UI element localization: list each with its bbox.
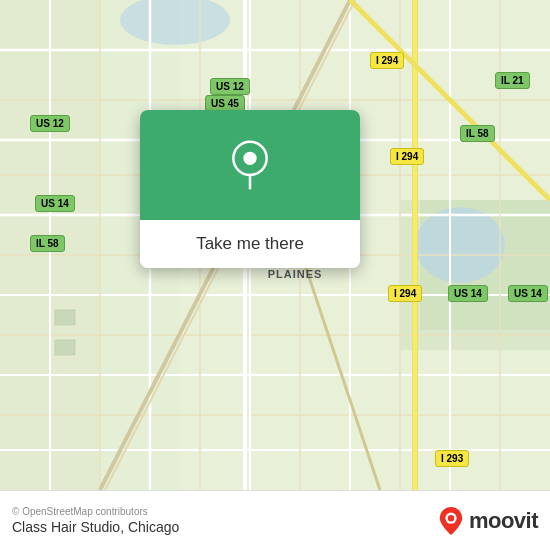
moovit-logo: moovit — [437, 507, 538, 535]
road-badge-i294-mid: I 294 — [390, 148, 424, 165]
popup-green-area — [140, 110, 360, 220]
location-pin-icon — [225, 140, 275, 190]
road-badge-il58-left: IL 58 — [30, 235, 65, 252]
svg-rect-37 — [55, 310, 75, 325]
bottom-left: © OpenStreetMap contributors Class Hair … — [12, 506, 179, 535]
svg-point-40 — [243, 152, 256, 165]
road-badge-us14-left: US 14 — [35, 195, 75, 212]
road-badge-il21: IL 21 — [495, 72, 530, 89]
svg-rect-38 — [55, 340, 75, 355]
road-badge-us12-top: US 12 — [210, 78, 250, 95]
bottom-bar: © OpenStreetMap contributors Class Hair … — [0, 490, 550, 550]
take-me-there-button[interactable]: Take me there — [140, 220, 360, 268]
svg-point-5 — [415, 207, 505, 283]
road-badge-i293: I 293 — [435, 450, 469, 467]
popup-card: Take me there — [140, 110, 360, 268]
road-badge-il58-right: IL 58 — [460, 125, 495, 142]
road-badge-i294-lower: I 294 — [388, 285, 422, 302]
road-badge-us12: US 12 — [30, 115, 70, 132]
moovit-pin-icon — [437, 507, 465, 535]
copyright-text: © OpenStreetMap contributors — [12, 506, 179, 517]
road-badge-us14-right2: US 14 — [508, 285, 548, 302]
map-container: DES PLAINES US 12 US 14 IL 58 US 45 I 29… — [0, 0, 550, 490]
road-badge-i294-top: I 294 — [370, 52, 404, 69]
svg-text:PLAINES: PLAINES — [268, 268, 323, 280]
moovit-text: moovit — [469, 508, 538, 534]
svg-point-43 — [448, 515, 454, 521]
location-title: Class Hair Studio, Chicago — [12, 519, 179, 535]
road-badge-us14-right1: US 14 — [448, 285, 488, 302]
